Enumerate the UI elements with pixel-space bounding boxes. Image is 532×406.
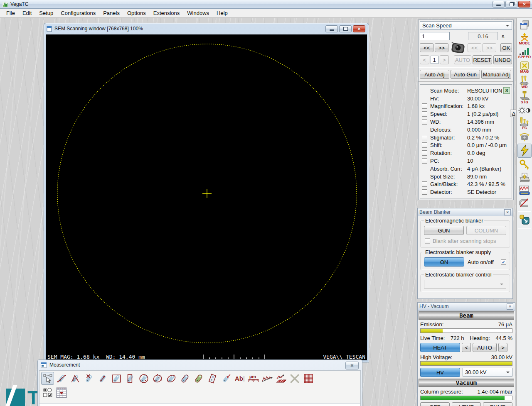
decrease-secondary-button[interactable]: << bbox=[468, 43, 481, 52]
blanker-control-select[interactable] bbox=[424, 280, 506, 289]
vacuum-off-button[interactable]: OFF bbox=[420, 402, 450, 406]
heat-button[interactable]: HEAT bbox=[420, 343, 460, 352]
degauss-button[interactable] bbox=[517, 198, 532, 208]
grid-tool[interactable] bbox=[302, 372, 315, 385]
auto-adj-button[interactable]: Auto Adj bbox=[420, 70, 449, 79]
menu-windows[interactable]: Windows bbox=[183, 9, 213, 17]
panels-button[interactable] bbox=[517, 20, 532, 31]
menu-options[interactable]: Options bbox=[123, 9, 150, 17]
measurement-close-button[interactable]: ✕ bbox=[345, 362, 359, 369]
measure-ellipse-points-tool[interactable] bbox=[151, 372, 164, 385]
sem-image-canvas[interactable]: SEM MAG: 1.68 kx WD: 14.40 mm VEGA\\ TES… bbox=[46, 34, 367, 360]
hv-vacuum-close-button[interactable]: ✕ bbox=[507, 303, 513, 310]
beam-blanker-titlebar[interactable]: Beam Blanker ✕ bbox=[418, 208, 512, 216]
heating-auto-button[interactable]: AUTO bbox=[473, 343, 497, 352]
gun-button[interactable]: GUN bbox=[424, 226, 464, 235]
detector-checkbox[interactable] bbox=[422, 189, 427, 195]
restore-button[interactable] bbox=[505, 1, 517, 7]
menu-file[interactable]: File bbox=[2, 9, 19, 17]
brightness-contrast-button[interactable] bbox=[517, 106, 532, 115]
minimize-button[interactable] bbox=[493, 1, 505, 7]
key-button[interactable] bbox=[517, 159, 532, 171]
spin-down-button[interactable]: < bbox=[420, 55, 429, 64]
profile-3d-tool[interactable] bbox=[274, 372, 287, 385]
auto-onoff-checkbox[interactable]: ✓ bbox=[501, 259, 506, 265]
hv-select[interactable]: 30.00 kV bbox=[463, 368, 512, 377]
menu-setup[interactable]: Setup bbox=[35, 9, 57, 17]
measure-arrow-tool[interactable] bbox=[96, 372, 109, 385]
measure-rectangle-tool[interactable] bbox=[110, 372, 123, 385]
speed-checkbox[interactable] bbox=[422, 111, 427, 117]
sem-close-button[interactable]: ✕ bbox=[353, 25, 365, 32]
memory-index-field[interactable]: 1 bbox=[431, 56, 438, 64]
menu-configurations[interactable]: Configurations bbox=[57, 9, 99, 17]
delete-measurement-tool[interactable] bbox=[288, 372, 301, 385]
menu-help[interactable]: Help bbox=[213, 9, 232, 17]
measure-pointer-tool[interactable] bbox=[219, 372, 232, 385]
sem-minimize-button[interactable] bbox=[325, 25, 338, 32]
increase-button[interactable]: >> bbox=[435, 43, 448, 52]
measure-parallelogram-tool[interactable] bbox=[206, 372, 219, 385]
hv-button[interactable]: HV bbox=[420, 368, 460, 377]
measure-angle-tool[interactable] bbox=[69, 372, 81, 385]
measure-vertical-rect-tool[interactable] bbox=[123, 372, 136, 385]
vacuum-pump-button[interactable]: PUMP bbox=[483, 402, 512, 406]
hv-vacuum-titlebar[interactable]: HV - Vacuum ✕ bbox=[418, 303, 515, 311]
measure-ellipse-tool[interactable] bbox=[165, 372, 177, 385]
decrease-button[interactable]: << bbox=[420, 43, 433, 52]
measure-cross-tool[interactable] bbox=[82, 372, 95, 385]
function-selector[interactable]: Scan Speed bbox=[420, 21, 512, 30]
pc-button[interactable]: PC bbox=[517, 116, 532, 130]
scale-bar-tool[interactable]: µm µm bbox=[247, 372, 260, 385]
measure-circle-tool[interactable] bbox=[137, 372, 150, 385]
menu-edit[interactable]: Edit bbox=[19, 9, 35, 17]
beam-blanker-close-button[interactable]: ✕ bbox=[504, 209, 511, 215]
beam-on-button[interactable] bbox=[517, 144, 532, 158]
menu-extensions[interactable]: Extensions bbox=[150, 9, 184, 17]
print-button[interactable] bbox=[517, 172, 532, 183]
wd-checkbox[interactable] bbox=[422, 119, 427, 125]
magnification-checkbox[interactable] bbox=[422, 103, 427, 109]
menu-panels[interactable]: Panels bbox=[99, 9, 123, 17]
switch-window-button[interactable] bbox=[517, 214, 532, 225]
stage-control-button[interactable] bbox=[517, 132, 532, 142]
undo-button[interactable]: UNDO bbox=[493, 55, 512, 64]
shift-checkbox[interactable] bbox=[422, 142, 427, 148]
column-button[interactable]: COLUMN bbox=[466, 226, 506, 235]
blanker-on-button[interactable]: ON bbox=[424, 257, 464, 267]
reset-button[interactable]: RESET bbox=[473, 55, 492, 64]
mode-button[interactable]: MODE bbox=[517, 32, 532, 46]
measure-area-tool[interactable] bbox=[192, 372, 205, 385]
scan-speed-input[interactable]: 1 bbox=[420, 32, 450, 40]
rotation-checkbox[interactable] bbox=[422, 150, 427, 156]
wd-button[interactable]: WD bbox=[517, 75, 532, 89]
gain-black-checkbox[interactable] bbox=[422, 181, 427, 187]
mag-button[interactable]: MAG bbox=[517, 61, 532, 74]
close-button[interactable]: ✕ bbox=[518, 1, 530, 7]
manual-adj-button[interactable]: Manual Adj bbox=[481, 70, 511, 79]
speed-button[interactable]: SPEED bbox=[517, 47, 532, 59]
stg-button[interactable]: STG bbox=[517, 90, 532, 105]
spin-up-button[interactable]: > bbox=[440, 55, 449, 64]
auto-button[interactable]: AUTO bbox=[454, 55, 471, 64]
profile-tool[interactable] bbox=[261, 372, 273, 385]
measurement-titlebar[interactable]: Measurement ✕ bbox=[38, 360, 362, 370]
measure-contour-tool[interactable] bbox=[178, 372, 191, 385]
sem-window-titlebar[interactable]: SEM Scanning window [768x768] 100% ✕ bbox=[44, 23, 369, 34]
increase-secondary-button[interactable]: >> bbox=[483, 43, 496, 52]
measure-two-points-tool[interactable] bbox=[55, 372, 68, 385]
results-table-tool[interactable] bbox=[55, 386, 68, 399]
vacuum-vent-button[interactable]: VENT bbox=[452, 402, 481, 406]
stigmator-checkbox[interactable] bbox=[422, 135, 427, 140]
heating-decrease-button[interactable]: < bbox=[462, 343, 471, 352]
sem-restore-button[interactable] bbox=[339, 25, 352, 32]
auto-gun-button[interactable]: Auto Gun bbox=[451, 70, 480, 79]
signal-monitor-button[interactable] bbox=[517, 185, 532, 196]
ok-button[interactable]: OK bbox=[500, 43, 512, 52]
text-label-tool[interactable]: Ab Ab bbox=[233, 372, 246, 385]
display-options-tool[interactable] bbox=[41, 386, 54, 399]
select-tool[interactable] bbox=[41, 372, 54, 385]
blank-after-scan-checkbox[interactable] bbox=[425, 238, 430, 244]
pc-checkbox[interactable] bbox=[422, 158, 427, 164]
heating-increase-button[interactable]: > bbox=[498, 343, 507, 352]
